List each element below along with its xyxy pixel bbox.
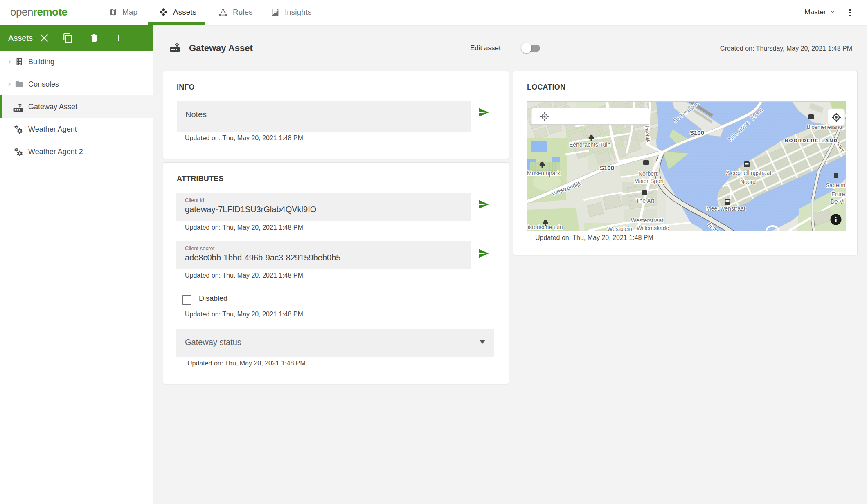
svg-text:Meeuwenstraat: Meeuwenstraat — [706, 205, 745, 212]
svg-text:Museumpark: Museumpark — [527, 170, 561, 177]
svg-text:Sagenn: Sagenn — [826, 182, 845, 188]
svg-text:Maier Sport: Maier Sport — [634, 178, 664, 184]
svg-text:Westplein: Westplein — [607, 226, 632, 231]
svg-text:De Vi: De Vi — [831, 198, 844, 205]
svg-text:Sleephellingstraat: Sleephellingstraat — [726, 170, 771, 176]
svg-text:Entre: Entre — [831, 191, 845, 197]
svg-text:NOORDEREILAND: NOORDEREILAND — [785, 138, 838, 143]
svg-text:S100: S100 — [600, 164, 614, 171]
svg-text:Eendrachts Tuin: Eendrachts Tuin — [569, 141, 610, 148]
svg-text:Willemskade: Willemskade — [637, 225, 669, 231]
svg-text:Norbert: Norbert — [638, 170, 658, 177]
svg-text:S100: S100 — [690, 129, 704, 136]
svg-text:Noord: Noord — [740, 179, 756, 185]
svg-text:The Art: The Art — [636, 197, 654, 204]
svg-text:Westerstraat: Westerstraat — [631, 217, 663, 224]
